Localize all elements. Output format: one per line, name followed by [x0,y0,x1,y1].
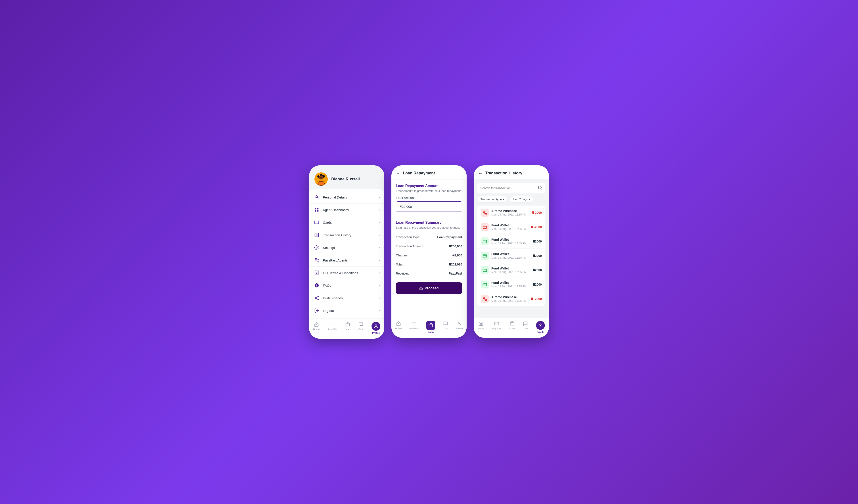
enter-amount-label: Enter Amount [396,196,462,200]
home-icon [314,322,319,327]
svg-point-24 [316,247,317,248]
svg-rect-50 [483,226,487,229]
person-icon [314,194,320,200]
filter-row: Transaction type ▾ Last 7 days ▾ [477,196,545,202]
filter-transaction-type[interactable]: Transaction type ▾ [477,196,508,202]
back-arrow-txn-icon[interactable]: ← [478,170,482,176]
search-input[interactable] [480,186,536,190]
wallet-icon-1 [481,223,489,231]
phone-transaction-history: ← Transaction History Transaction type ▾ [474,165,549,338]
chevron-icon: › [379,309,380,312]
nav-pay-bills-loan[interactable]: Pay Bills [408,320,420,334]
summary-row-4: Receiver: PayzFast [396,269,462,278]
txn-name-4: Fund Wallet [491,266,530,270]
home-icon [396,321,401,326]
loan-repayment-title: Loan Repayment [403,171,435,176]
txn-date-4: Mon, 19 Aug, 2021 12:35 PM [491,271,530,274]
svg-point-25 [315,258,317,260]
summary-key-3: Total: [396,263,403,266]
txn-name-3: Fund Wallet [491,252,530,256]
nav-loan-loan[interactable]: Loan [425,320,437,334]
txn-date-2: Mon, 19 Aug, 2021 12:35 PM [491,242,530,245]
chat-icon [523,321,528,326]
nav-chat[interactable]: Chat [356,321,365,335]
menu-label-faqs: FAQs [323,283,379,287]
nav-label-home: Home [313,328,320,331]
menu-label-terms: Our Terms & Conditions [323,271,379,275]
txn-item-6: Airtime Purchase Mon, 19 Aug, 2021 12:35… [477,292,545,306]
nav-pay-bills[interactable]: Pay Bills [326,321,338,335]
phones-container: Dianne Russell Personal Details › Agent … [309,165,549,339]
svg-point-26 [318,259,319,260]
txn-info-3: Fund Wallet Mon, 19 Aug, 2021 12:35 PM [491,252,530,259]
menu-item-transaction-history[interactable]: Transaction History › [309,229,384,241]
menu-item-faqs[interactable]: i FAQs › [309,279,384,292]
doc-icon [314,270,320,276]
nav-loan[interactable]: Loan [343,321,352,335]
menu-item-settings[interactable]: Settings › [309,241,384,254]
txn-title: Transaction History [485,171,522,176]
nav-home[interactable]: Home [311,321,321,335]
list-icon [314,232,320,238]
chevron-icon: › [379,233,380,237]
svg-rect-17 [317,210,318,212]
nav-home-txn[interactable]: Home [476,320,486,334]
menu-label-agent: Agent Dashboard [323,208,379,212]
menu-item-payzfast-agents[interactable]: PayzFast Agents › [309,254,384,266]
nav-home-loan[interactable]: Home [393,320,403,334]
nav-profile-loan[interactable]: Profile [454,320,464,334]
menu-item-invite[interactable]: Invite Friends › [309,292,384,304]
txn-amount-5: ₦2000 [533,283,542,286]
menu-label-txn: Transaction History [323,233,379,237]
summary-value-4: PayzFast [449,272,462,275]
chevron-down-icon: ▾ [503,198,504,201]
repayment-amount-section: Loan Repayment Amount Enter Amount to pr… [396,184,462,216]
profile-nav-bg [371,322,380,331]
summary-title: Loan Repayment Summary [396,221,462,225]
airtime-icon-6 [481,295,489,303]
back-arrow-icon[interactable]: ← [396,170,400,176]
repayment-amount-title: Loan Repayment Amount [396,184,462,188]
svg-point-13 [316,196,317,197]
loan-icon [509,321,515,326]
chat-icon [358,322,364,327]
menu-item-logout[interactable]: Log out › [309,304,384,317]
chevron-down-icon: ▾ [528,198,530,201]
nav-profile-txn[interactable]: Profile [534,320,547,334]
txn-header: ← Transaction History [474,165,549,179]
txn-amount-4: ₦2000 [533,269,542,272]
amount-input[interactable] [396,201,462,212]
summary-value-3: ₦202,020 [449,263,462,266]
phone-loan-repayment: ← Loan Repayment Loan Repayment Amount E… [392,165,466,338]
proceed-button[interactable]: Proceed [396,282,462,294]
menu-item-terms[interactable]: Our Terms & Conditions › [309,266,384,279]
user-name: Dianne Russell [331,177,360,181]
txn-item-1: Fund Wallet Mon, 19 Aug, 2021 12:35 PM ₦… [477,220,545,234]
summary-value-1: ₦200,000 [449,244,462,248]
svg-rect-55 [495,322,499,325]
nav-chat-txn[interactable]: Chat [521,320,530,334]
menu-label-invite: Invite Friends [323,296,379,300]
summary-row-0: Transaction Type: Loan Repayment [396,233,462,242]
airtime-icon-0 [481,209,489,217]
menu-item-personal-details[interactable]: Personal Details › [309,191,384,204]
menu-item-cards[interactable]: Cards › [309,216,384,229]
svg-line-49 [541,189,542,190]
nav-loan-txn[interactable]: Loan [508,320,517,334]
nav-profile[interactable]: Profile [370,321,382,335]
menu-item-agent-dashboard[interactable]: Agent Dashboard › [309,204,384,216]
home-icon [478,321,483,326]
nav-chat-loan[interactable]: Chat [441,320,450,334]
repayment-amount-subtitle: Enter Amount to proceed with Your loan r… [396,189,462,193]
svg-rect-51 [483,240,487,243]
summary-value-2: ₦2,000 [452,254,462,257]
nav-pay-bills-txn[interactable]: Pay Bills [490,320,503,334]
filter-last-7-days[interactable]: Last 7 days ▾ [510,196,534,202]
chevron-icon: › [379,195,380,199]
share-icon [314,295,320,301]
summary-key-0: Transaction Type: [396,235,420,239]
txn-name-5: Fund Wallet [491,281,530,284]
pay-bills-icon [411,321,417,326]
nav-label-pay-bills: Pay Bills [328,328,337,331]
svg-point-11 [321,177,322,178]
